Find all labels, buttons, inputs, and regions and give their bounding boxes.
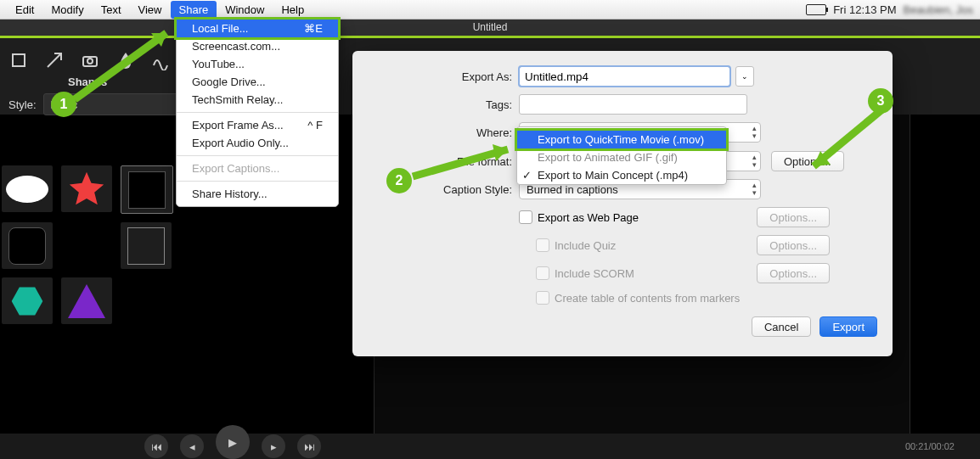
crop-icon[interactable] <box>8 50 29 70</box>
share-youtube[interactable]: YouTube... <box>177 55 338 73</box>
clock-label: Fri 12:13 PM <box>833 3 896 16</box>
export-button[interactable]: Export <box>819 316 877 337</box>
user-label: Beaubien, Jos <box>904 3 973 16</box>
cancel-button[interactable]: Cancel <box>752 316 811 337</box>
local-file-label: Local File... <box>192 22 248 35</box>
play-button[interactable]: ▶ <box>216 425 250 459</box>
shape-rounded[interactable] <box>2 222 53 269</box>
toc-checkbox <box>536 291 549 305</box>
format-gif[interactable]: Export to Animated GIF (.gif) <box>517 148 726 166</box>
shape-triangle[interactable] <box>61 277 112 324</box>
svg-line-1 <box>48 53 61 67</box>
annotation-3: 3 <box>868 88 893 114</box>
share-export-captions: Export Captions... <box>177 160 338 177</box>
scorm-label: Include SCORM <box>555 267 634 280</box>
file-format-popup: Export to MP4 (.mp4) Export to QuickTime… <box>516 126 727 185</box>
export-dialog: Export As: ⌄ Tags: Where: ▴▾ File format… <box>352 51 893 356</box>
export-frame-label: Export Frame As... <box>192 119 284 132</box>
scorm-checkbox <box>536 266 549 280</box>
share-techsmith[interactable]: TechSmith Relay... <box>177 91 338 109</box>
export-as-field[interactable] <box>519 66 730 87</box>
share-screencast[interactable]: Screencast.com... <box>177 37 338 55</box>
where-label: Where: <box>368 126 519 139</box>
timeline-bar: ⏮ ◂ ▶ ▸ ⏭ 00:21/00:02 <box>0 434 980 459</box>
share-export-audio[interactable]: Export Audio Only... <box>177 134 338 152</box>
svg-rect-0 <box>13 54 25 66</box>
tags-field[interactable] <box>519 94 747 115</box>
format-mainconcept[interactable]: Export to Main Concept (.mp4) <box>517 166 726 184</box>
quiz-checkbox <box>536 238 549 252</box>
share-local-file[interactable]: Local File... ⌘E <box>174 17 341 40</box>
menu-help[interactable]: Help <box>273 1 313 19</box>
export-as-dropdown[interactable]: ⌄ <box>735 66 754 87</box>
share-dropdown: Local File... ⌘E Screencast.com... YouTu… <box>176 19 339 207</box>
menu-modify[interactable]: Modify <box>42 1 92 19</box>
svg-marker-5 <box>12 287 43 315</box>
shape-hexagon[interactable] <box>2 277 53 324</box>
battery-icon <box>806 4 826 15</box>
menubar-status: Fri 12:13 PM Beaubien, Jos <box>806 3 973 16</box>
shape-ellipse[interactable] <box>2 165 53 212</box>
style-label: Style: <box>8 98 37 111</box>
share-export-frame[interactable]: Export Frame As... ^ F <box>177 116 338 134</box>
quiz-label: Include Quiz <box>555 239 616 252</box>
next-frame-button[interactable]: ⏭ <box>297 434 321 458</box>
time-readout: 00:21/00:02 <box>905 441 980 451</box>
web-page-checkbox[interactable] <box>519 210 532 224</box>
tags-label: Tags: <box>368 98 519 111</box>
shape-square-fill[interactable] <box>121 165 173 214</box>
scorm-options-button: Options... <box>757 263 830 283</box>
prev-frame-button[interactable]: ⏮ <box>144 434 168 458</box>
format-mov[interactable]: Export to QuickTime Movie (.mov) <box>515 128 729 151</box>
web-page-options-button: Options... <box>757 207 830 227</box>
share-googledrive[interactable]: Google Drive... <box>177 73 338 91</box>
toc-label: Create table of contents from markers <box>555 292 740 305</box>
web-page-label: Export as Web Page <box>538 211 639 224</box>
export-frame-shortcut: ^ F <box>307 119 323 132</box>
menu-text[interactable]: Text <box>93 1 130 19</box>
svg-marker-4 <box>70 171 104 204</box>
step-fwd-button[interactable]: ▸ <box>262 434 285 458</box>
annotation-1: 1 <box>51 92 76 117</box>
arrow-tool-icon[interactable] <box>44 50 65 70</box>
annotation-arrow-1 <box>66 21 185 106</box>
mac-menubar: Edit Modify Text View Share Window Help … <box>0 0 980 20</box>
shape-square-outline[interactable] <box>121 222 172 269</box>
menu-view[interactable]: View <box>130 1 171 19</box>
annotation-arrow-3 <box>802 104 895 180</box>
menu-window[interactable]: Window <box>217 1 273 19</box>
menu-edit[interactable]: Edit <box>7 1 42 19</box>
local-file-shortcut: ⌘E <box>304 22 323 35</box>
export-as-label: Export As: <box>368 70 519 83</box>
menu-share[interactable]: Share <box>171 1 217 19</box>
quiz-options-button: Options... <box>757 235 830 255</box>
annotation-2: 2 <box>386 168 412 193</box>
step-back-button[interactable]: ◂ <box>180 434 204 458</box>
share-history[interactable]: Share History... <box>177 185 338 203</box>
annotation-arrow-2 <box>408 143 527 185</box>
shape-star[interactable] <box>61 165 112 212</box>
